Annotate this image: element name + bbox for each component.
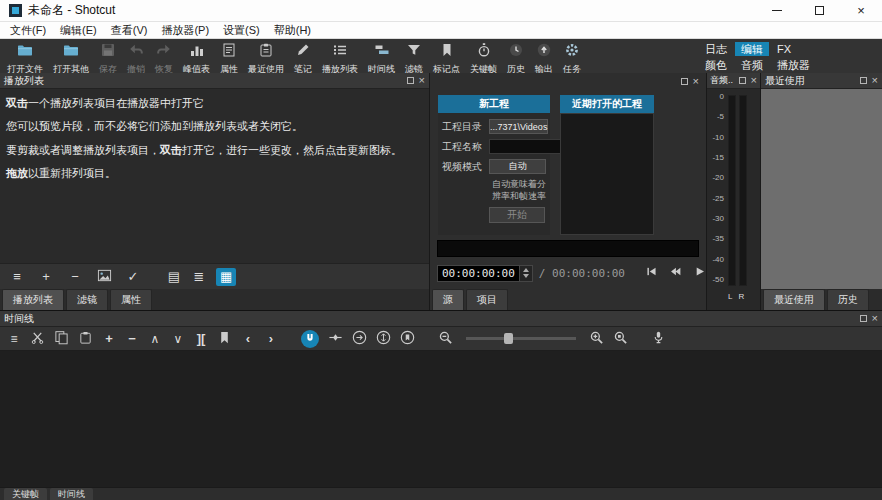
copy-button[interactable] (54, 330, 69, 348)
toolbar-button-playlist[interactable]: 播放列表 (317, 41, 363, 73)
timecode-field[interactable]: 00:00:00:00 (437, 265, 533, 282)
split-button[interactable]: ][ (194, 331, 208, 346)
menu-help[interactable]: 帮助(H) (267, 22, 318, 38)
cut-button[interactable] (30, 330, 45, 348)
menu-view[interactable]: 查看(V) (104, 22, 155, 38)
marker-button[interactable] (217, 330, 232, 348)
float-panel-icon[interactable] (681, 78, 688, 85)
playlist-menu-button[interactable]: ≡ (9, 268, 25, 286)
toolbar-button-export[interactable]: 输出 (530, 41, 558, 73)
menu-file[interactable]: 文件(F) (3, 22, 53, 38)
view-icons-icon: ▦ (220, 269, 232, 284)
tab-history[interactable]: 历史 (827, 289, 869, 310)
tab-properties[interactable]: 属性 (110, 289, 152, 310)
zoom-fit-button[interactable] (613, 330, 628, 348)
layout-editing-button[interactable]: 编辑 (735, 42, 769, 56)
tab-keyframes[interactable]: 关键帧 (4, 488, 47, 500)
view-tiles-button[interactable]: ≣ (191, 268, 207, 286)
playlist-update-button[interactable] (96, 268, 112, 286)
float-panel-icon[interactable] (407, 77, 414, 84)
ripple-all-tracks-toggle[interactable] (376, 330, 391, 348)
zoom-out-button[interactable] (438, 330, 453, 348)
float-panel-icon[interactable] (739, 77, 746, 84)
toolbar-button-keyframes[interactable]: 关键帧 (465, 41, 502, 73)
toolbar-button-filters[interactable]: 滤镜 (400, 41, 428, 73)
video-mode-button[interactable]: 自动 (489, 159, 546, 174)
toolbar-button-notes[interactable]: 笔记 (289, 41, 317, 73)
maximize-button[interactable] (798, 0, 840, 21)
toolbar-button-redo[interactable]: 恢复 (150, 41, 178, 73)
toolbar-button-save[interactable]: 保存 (94, 41, 122, 73)
tab-filters[interactable]: 滤镜 (66, 289, 108, 310)
start-button[interactable]: 开始 (489, 207, 545, 223)
tab-recent[interactable]: 最近使用 (763, 289, 825, 310)
close-panel-icon[interactable]: × (419, 76, 425, 85)
menu-settings[interactable]: 设置(S) (216, 22, 267, 38)
tab-project[interactable]: 项目 (466, 289, 508, 310)
zoom-slider-handle[interactable] (504, 333, 513, 344)
redo-icon (156, 42, 172, 62)
toolbar-button-undo[interactable]: 撤销 (122, 41, 150, 73)
float-panel-icon[interactable] (860, 315, 867, 322)
recent-projects-list[interactable] (560, 113, 654, 235)
timecode-spinner[interactable] (519, 266, 532, 281)
paste-button[interactable] (78, 330, 93, 348)
toolbar-button-markers[interactable]: 标记点 (428, 41, 465, 73)
player-tabs: 源 项目 (432, 289, 508, 310)
timeline-menu-button[interactable]: ≡ (7, 332, 21, 346)
play-button[interactable] (693, 264, 706, 282)
ripple-delete-button[interactable]: − (125, 331, 139, 346)
playlist-add-button[interactable]: + (38, 268, 54, 286)
ripple-markers-toggle[interactable] (400, 330, 415, 348)
layout-color-button[interactable]: 颜色 (699, 58, 733, 72)
tab-timeline[interactable]: 时间线 (50, 488, 93, 500)
tab-playlist[interactable]: 播放列表 (2, 289, 64, 310)
close-panel-icon[interactable]: × (872, 76, 878, 85)
project-folder-button[interactable]: ...7371\Videos (489, 119, 548, 134)
toolbar-button-properties[interactable]: 属性 (215, 41, 243, 73)
recent-list[interactable] (761, 89, 882, 289)
close-button[interactable]: × (840, 0, 882, 21)
append-button[interactable]: + (102, 331, 116, 346)
tab-source[interactable]: 源 (432, 289, 464, 310)
layout-audio-button[interactable]: 音频 (735, 58, 769, 72)
overwrite-button[interactable]: ∨ (171, 332, 185, 346)
zoom-slider[interactable] (466, 337, 576, 340)
playlist-panel-header: 播放列表 × (0, 73, 429, 89)
close-panel-icon[interactable]: × (751, 76, 757, 85)
ripple-toggle[interactable] (352, 330, 367, 348)
record-audio-button[interactable] (651, 330, 666, 348)
minimize-button[interactable] (756, 0, 798, 21)
layout-fx-button[interactable]: FX (771, 42, 797, 56)
toolbar-button-recent[interactable]: 最近使用 (243, 41, 289, 73)
skip-to-start-button[interactable] (645, 264, 658, 282)
snap-toggle[interactable] (301, 330, 319, 348)
lift-button[interactable]: ∧ (148, 332, 162, 346)
timeline-tracks-area[interactable] (0, 351, 882, 487)
toolbar-button-jobs[interactable]: 任务 (558, 41, 586, 73)
playlist-remove-button[interactable]: − (67, 268, 83, 286)
new-project-column: 新工程 工程目录 ...7371\Videos 工程名称 视频模式 自动 (438, 95, 550, 235)
menu-edit[interactable]: 编辑(E) (53, 22, 104, 38)
close-panel-icon[interactable]: × (872, 314, 878, 323)
toolbar-button-open-other[interactable]: 打开其他 (48, 41, 94, 73)
previous-marker-button[interactable]: ‹ (241, 331, 255, 346)
next-marker-button[interactable]: › (264, 331, 278, 346)
toolbar-button-history[interactable]: 历史 (502, 41, 530, 73)
toolbar-button-peak-meter[interactable]: 峰值表 (178, 41, 215, 73)
rewind-button[interactable] (669, 264, 682, 282)
toolbar-button-timeline[interactable]: 时间线 (363, 41, 400, 73)
playlist-apply-button[interactable]: ✓ (125, 268, 141, 286)
layout-logs-button[interactable]: 日志 (699, 42, 733, 56)
scrub-while-dragging-toggle[interactable] (328, 330, 343, 348)
float-panel-icon[interactable] (860, 77, 867, 84)
close-panel-icon[interactable]: × (693, 77, 699, 86)
layout-player-button[interactable]: 播放器 (771, 58, 816, 72)
view-icons-button[interactable]: ▦ (216, 268, 236, 286)
zoom-in-button[interactable] (589, 330, 604, 348)
view-details-button[interactable]: ▤ (166, 268, 182, 286)
current-timecode: 00:00:00:00 (438, 266, 519, 281)
toolbar-button-open-file[interactable]: 打开文件 (2, 41, 48, 73)
plus-icon: + (42, 269, 50, 284)
menu-player[interactable]: 播放器(P) (154, 22, 216, 38)
